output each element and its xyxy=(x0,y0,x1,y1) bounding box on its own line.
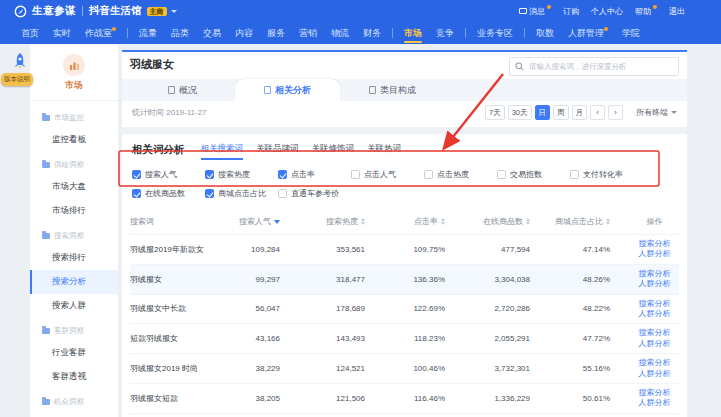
nav-item[interactable]: 人群管理 xyxy=(561,22,615,44)
period-button[interactable]: 周 xyxy=(553,105,569,120)
sidebar-item[interactable]: 市场排行 xyxy=(30,199,118,223)
nav-item[interactable]: 作战室 xyxy=(78,22,123,44)
column-header[interactable]: 点击率 xyxy=(365,216,445,227)
nav-item-label: 人群管理 xyxy=(568,27,604,40)
period-button[interactable]: 7天 xyxy=(485,105,505,120)
account-link-label: 退出 xyxy=(669,6,685,17)
value-cell: 100.46% xyxy=(365,364,445,373)
nav-item[interactable]: 竞争 xyxy=(429,22,461,44)
terminal-dropdown[interactable]: 所有终端 xyxy=(636,107,677,118)
search-analysis-link[interactable]: 搜索分析 xyxy=(630,239,679,249)
metric-label: 支付转化率 xyxy=(583,169,623,180)
value-cell: 47.72% xyxy=(530,334,610,343)
search-analysis-link[interactable]: 搜索分析 xyxy=(630,299,679,309)
sidebar-item[interactable]: 搜索分析 xyxy=(30,270,118,294)
monitor-icon xyxy=(519,8,527,14)
tab[interactable]: 概况 xyxy=(130,79,235,101)
metric-label: 点击率 xyxy=(291,169,315,180)
column-header[interactable]: 搜索热度 xyxy=(280,216,365,227)
metric-checkbox[interactable]: 直通车参考价 xyxy=(278,188,351,199)
sidebar-item[interactable]: 属性洞察 xyxy=(30,412,118,417)
nav-item[interactable]: 交易 xyxy=(196,22,228,44)
next-arrow-button[interactable]: › xyxy=(608,105,623,120)
chevron-down-icon[interactable] xyxy=(171,10,177,16)
nav-item-label: 业务专区 xyxy=(477,27,513,40)
column-label: 点击率 xyxy=(414,216,438,227)
prev-arrow-button[interactable]: ‹ xyxy=(590,105,605,120)
subtab[interactable]: 关联修饰词 xyxy=(312,143,355,160)
nav-item-label: 财务 xyxy=(363,27,381,40)
search-analysis-link[interactable]: 搜索分析 xyxy=(630,328,679,338)
nav-item[interactable]: 业务专区 xyxy=(470,22,520,44)
crowd-analysis-link[interactable]: 人群分析 xyxy=(630,249,679,259)
column-header[interactable]: 在线商品数 xyxy=(445,216,530,227)
nav-item[interactable]: 实时 xyxy=(46,22,78,44)
related-words-table: 搜索词搜索人气搜索热度点击率在线商品数商城点击占比操作 羽绒服2019年新款女1… xyxy=(130,211,679,417)
account-link[interactable]: 订购 xyxy=(563,6,579,17)
metric-checkbox[interactable]: 搜索热度 xyxy=(205,169,278,180)
tab[interactable]: 类目构成 xyxy=(340,79,445,101)
sidebar-item[interactable]: 市场大盘 xyxy=(30,175,118,199)
crowd-analysis-link[interactable]: 人群分析 xyxy=(630,369,679,379)
value-cell: 318,477 xyxy=(280,275,365,284)
search-analysis-link[interactable]: 搜索分析 xyxy=(630,358,679,368)
subtab[interactable]: 关联热词 xyxy=(367,143,401,160)
period-button[interactable]: 月 xyxy=(572,105,588,120)
sidebar-group-label: 市场监控 xyxy=(54,113,84,123)
metric-checkbox[interactable]: 搜索人气 xyxy=(132,169,205,180)
column-label: 搜索人气 xyxy=(239,216,271,227)
version-notes-badge[interactable]: 版本说明 xyxy=(1,73,33,86)
crowd-analysis-link[interactable]: 人群分析 xyxy=(630,398,679,408)
period-button[interactable]: 日 xyxy=(535,105,551,120)
nav-item[interactable]: 营销 xyxy=(292,22,324,44)
nav-item[interactable]: 流量 xyxy=(132,22,164,44)
market-module-icon xyxy=(63,54,85,76)
account-link[interactable]: 消息 xyxy=(519,6,551,17)
nav-item-label: 竞争 xyxy=(436,27,454,40)
keyword-cell: 羽绒服女2019 时尚 xyxy=(130,363,210,374)
search-analysis-link[interactable]: 搜索分析 xyxy=(630,269,679,279)
crowd-analysis-link[interactable]: 人群分析 xyxy=(630,309,679,319)
search-input[interactable] xyxy=(527,61,673,72)
nav-divider xyxy=(465,28,466,38)
subtab[interactable]: 关联品牌词 xyxy=(256,143,299,160)
column-header[interactable]: 商城点击占比 xyxy=(530,216,610,227)
metric-checkbox[interactable]: 点击热度 xyxy=(424,169,497,180)
nav-item[interactable]: 内容 xyxy=(228,22,260,44)
crowd-analysis-link[interactable]: 人群分析 xyxy=(630,339,679,349)
nav-item[interactable]: 服务 xyxy=(260,22,292,44)
search-analysis-link[interactable]: 搜索分析 xyxy=(630,388,679,398)
nav-item[interactable]: 市场 xyxy=(397,22,429,44)
nav-item[interactable]: 财务 xyxy=(356,22,388,44)
metric-checkbox[interactable]: 点击率 xyxy=(278,169,351,180)
sidebar-item[interactable]: 搜索人群 xyxy=(30,294,118,318)
metric-checkbox[interactable]: 在线商品数 xyxy=(132,188,205,199)
folder-icon xyxy=(42,162,50,168)
value-cell: 47.14% xyxy=(530,245,610,254)
nav-item[interactable]: 品类 xyxy=(164,22,196,44)
tab[interactable]: 相关分析 xyxy=(235,79,340,101)
sidebar-item[interactable]: 行业客群 xyxy=(30,341,118,365)
metric-checkbox[interactable]: 支付转化率 xyxy=(570,169,643,180)
sidebar-item[interactable]: 搜索排行 xyxy=(30,246,118,270)
account-link[interactable]: 个人中心 xyxy=(591,6,623,17)
nav-item[interactable]: 取数 xyxy=(529,22,561,44)
table-row: 羽绒服2019年新款女109,284353,561109.75%477,5944… xyxy=(130,234,679,264)
tab-strip: 概况相关分析类目构成 xyxy=(122,79,687,101)
sidebar-item[interactable]: 客群透视 xyxy=(30,365,118,389)
metric-checkbox[interactable]: 点击人气 xyxy=(351,169,424,180)
metric-checkbox[interactable]: 商城点击占比 xyxy=(205,188,278,199)
nav-item[interactable]: 物流 xyxy=(324,22,356,44)
subtab[interactable]: 相关搜索词 xyxy=(201,143,244,160)
folder-icon xyxy=(42,233,50,239)
sidebar-item[interactable]: 监控看板 xyxy=(30,128,118,152)
nav-item[interactable]: 学院 xyxy=(615,22,647,44)
nav-item[interactable]: 首页 xyxy=(14,22,46,44)
column-header[interactable]: 搜索人气 xyxy=(210,216,280,227)
period-button[interactable]: 30天 xyxy=(508,105,532,120)
metric-checkbox[interactable]: 交易指数 xyxy=(497,169,570,180)
account-link[interactable]: 退出 xyxy=(669,6,685,17)
action-cell: 搜索分析人群分析 xyxy=(610,328,679,349)
account-link[interactable]: 帮助 xyxy=(635,6,657,17)
crowd-analysis-link[interactable]: 人群分析 xyxy=(630,279,679,289)
